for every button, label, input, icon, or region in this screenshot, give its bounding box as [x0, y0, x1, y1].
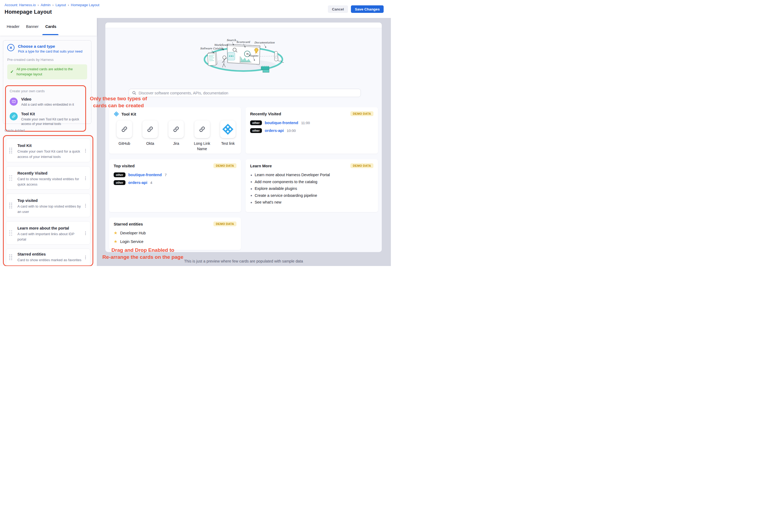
toolkit-link-github[interactable]: GitHub: [116, 120, 133, 151]
illustration-label: Search..: [226, 39, 238, 42]
close-icon[interactable]: ✕: [7, 44, 14, 51]
harness-logo-icon: [222, 123, 234, 135]
preview-illustration: 75: [199, 35, 288, 75]
demo-data-badge: DEMO DATA: [213, 163, 237, 168]
tab-header[interactable]: Header: [7, 18, 20, 35]
cancel-button[interactable]: Cancel: [328, 5, 348, 13]
tab-bar: Header Banner Cards: [0, 18, 97, 36]
starred-entity-row[interactable]: ★ Login Service: [114, 239, 237, 244]
plugin-bricks: [261, 66, 269, 72]
toolkit-card-title: Tool Kit: [121, 112, 136, 116]
entity-kind-chip: other: [114, 172, 126, 177]
illustration-label: Scorecard: [237, 40, 250, 43]
demo-data-badge: DEMO DATA: [350, 163, 374, 168]
chevron-right-icon: ›: [52, 3, 54, 7]
entity-row: other boutique-frontend 7: [114, 172, 237, 177]
check-icon: ✓: [10, 69, 14, 74]
preview-window: 75: [105, 23, 382, 252]
video-icon: [10, 98, 18, 106]
toolkit-link-label: Test link: [219, 141, 237, 146]
learn-more-title: Learn More: [250, 164, 272, 168]
entity-link[interactable]: boutique-frontend: [129, 173, 162, 177]
added-card-starred-entities[interactable]: Starred entities Card to show entities m…: [6, 249, 90, 266]
toolkit-link-label: GitHub: [116, 141, 133, 146]
precreated-success-message: ✓ All pre-created cards are added to the…: [7, 64, 87, 79]
drag-handle-icon[interactable]: [9, 175, 12, 181]
entity-time: 11:00: [301, 121, 310, 125]
preview-starred-entities-card: Starred entities DEMO DATA ★ Developer H…: [109, 217, 241, 250]
kebab-menu-icon[interactable]: ⋮: [83, 175, 88, 180]
starred-entity-name: Login Service: [120, 240, 143, 244]
drag-handle-icon[interactable]: [9, 202, 12, 209]
search-input[interactable]: [139, 91, 357, 95]
star-icon: ★: [114, 239, 117, 244]
link-icon: [199, 126, 206, 133]
added-card-recently-visited[interactable]: Recently Visited Card to show recently v…: [6, 166, 90, 189]
toolkit-link-okta[interactable]: Okta: [142, 120, 159, 151]
learn-more-item[interactable]: Explore available plugins: [250, 185, 374, 192]
create-your-own-cards-annotation-box: Create your own cards Video Add a card w…: [5, 85, 86, 132]
homepage-layout-app: Account: Harness.io › Admin › Layout › H…: [0, 0, 391, 266]
toolkit-link-test-link[interactable]: Test link: [219, 120, 237, 151]
success-text: All pre-created cards are added to the h…: [16, 67, 84, 77]
recently-visited-title: Recently Visited: [250, 112, 281, 116]
breadcrumb-homepage-layout-link[interactable]: Homepage Layout: [71, 3, 99, 7]
toolkit-link-label: Long Link Name: [193, 141, 211, 151]
save-changes-button[interactable]: Save Changes: [351, 5, 384, 13]
card-type-option-toolkit[interactable]: Tool Kit Create your own Tool Kit card f…: [10, 112, 81, 127]
entity-link[interactable]: boutique-frontend: [265, 121, 298, 125]
added-card-top-visited[interactable]: Top visited A card with to show top visi…: [6, 193, 90, 217]
breadcrumb-admin-link[interactable]: Admin: [41, 3, 51, 7]
software-catalog-doc: [208, 52, 217, 66]
link-icon: [121, 126, 128, 133]
added-card-title: Starred entities: [17, 252, 82, 256]
drag-handle-icon[interactable]: [9, 254, 12, 260]
annotation-drag-drop-note: Drag and Drop Enabled to Re-arrange the …: [78, 247, 207, 261]
tab-banner[interactable]: Banner: [26, 18, 39, 35]
breadcrumb: Account: Harness.io › Admin › Layout › H…: [5, 3, 100, 7]
video-option-title: Video: [21, 97, 80, 101]
added-card-desc: Card to show recently visited entities f…: [17, 176, 82, 187]
breadcrumb-layout-link[interactable]: Layout: [56, 3, 66, 7]
entity-row: other orders-api 4: [114, 180, 237, 185]
tab-cards[interactable]: Cards: [45, 18, 56, 35]
drag-handle-icon[interactable]: [9, 230, 12, 236]
entity-count: 7: [165, 173, 167, 177]
learn-more-list: Learn more about Harness Developer Porta…: [250, 172, 374, 206]
entity-row: other boutique-frontend 11:00: [250, 120, 374, 125]
entity-link[interactable]: orders-api: [129, 180, 147, 185]
learn-more-item[interactable]: Learn more about Harness Developer Porta…: [250, 172, 374, 179]
kebab-menu-icon[interactable]: ⋮: [83, 148, 88, 153]
preview-recently-visited-card: Recently Visited DEMO DATA other boutiqu…: [246, 107, 378, 154]
learn-more-item[interactable]: Add more components to the catalog: [250, 179, 374, 185]
toolkit-link-jira[interactable]: Jira: [168, 120, 185, 151]
starred-entity-row[interactable]: ★ Developer Hub: [114, 230, 237, 236]
annotation-card-types-note: Only these two types of cards can be cre…: [74, 95, 163, 109]
learn-more-item[interactable]: See what's new: [250, 199, 374, 206]
card-type-option-video[interactable]: Video Add a card with video embedded in …: [10, 97, 81, 107]
toolkit-option-desc: Create your own Tool Kit card for a quic…: [21, 117, 80, 127]
toolkit-option-title: Tool Kit: [21, 112, 80, 116]
star-icon: ★: [114, 230, 117, 236]
added-card-learn-more[interactable]: Learn more about the portal A card with …: [6, 221, 90, 245]
added-card-toolkit[interactable]: Tool Kit Create your own Tool Kit card f…: [6, 139, 90, 162]
entity-link[interactable]: orders-api: [265, 129, 284, 133]
kebab-menu-icon[interactable]: ⋮: [83, 230, 88, 236]
breadcrumb-account-link[interactable]: Account: Harness.io: [5, 3, 36, 7]
top-visited-title: Top visited: [114, 164, 135, 168]
chooser-title: Choose a card type: [18, 44, 82, 48]
added-card-title: Tool Kit: [17, 143, 82, 148]
preview-search-bar: [129, 89, 361, 97]
toolkit-link-long-link-name[interactable]: Long Link Name: [193, 120, 211, 151]
preview-toolkit-card: Tool Kit GitHub Okta Jira: [109, 107, 241, 154]
card-type-chooser: ✕ Choose a card type Pick a type for the…: [3, 40, 92, 124]
added-card-desc: Create your own Tool Kit card for a quic…: [17, 149, 82, 159]
learn-more-item[interactable]: Create a service onboarding pipeline: [250, 192, 374, 199]
kebab-menu-icon[interactable]: ⋮: [83, 203, 88, 208]
added-card-desc: A card with to show top visited entities…: [17, 204, 82, 215]
starred-entity-name: Developer Hub: [120, 231, 146, 235]
chooser-subtitle: Pick a type for the card that suits your…: [18, 49, 82, 54]
demo-data-badge: DEMO DATA: [350, 111, 374, 116]
drag-handle-icon[interactable]: [9, 147, 12, 154]
cards-added-label: Cards Added: [5, 129, 25, 133]
